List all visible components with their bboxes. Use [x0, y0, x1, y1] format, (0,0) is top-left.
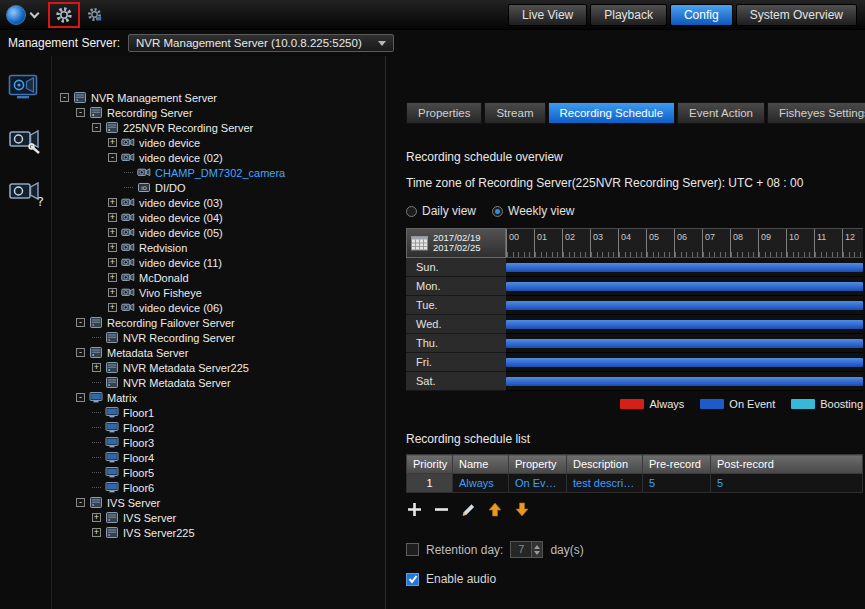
- schedule-bar-area[interactable]: [506, 315, 863, 334]
- tree-item-video-device-02[interactable]: -video device (02): [58, 150, 385, 165]
- ivs-server-icon: [89, 496, 103, 509]
- move-up-button[interactable]: [487, 501, 503, 517]
- radio-weekly-view[interactable]: Weekly view: [492, 204, 574, 218]
- tree-toggle-minus[interactable]: -: [76, 108, 85, 117]
- nav-config[interactable]: Config: [670, 4, 733, 26]
- tree-item-redvision[interactable]: +Redvision: [58, 240, 385, 255]
- tree-item-matrix[interactable]: -Matrix: [58, 390, 385, 405]
- tree-item-video-device-06[interactable]: +video device (06): [58, 300, 385, 315]
- schedule-bar-area[interactable]: [506, 353, 863, 372]
- column-header-description[interactable]: Description: [567, 455, 643, 474]
- schedule-bar-area[interactable]: [506, 334, 863, 353]
- tree-toggle-plus[interactable]: +: [108, 228, 117, 237]
- tree-toggle-plus[interactable]: +: [108, 198, 117, 207]
- tree-item-video-device[interactable]: +video device: [58, 135, 385, 150]
- tree-item-225nvr-recording-server[interactable]: -225NVR Recording Server: [58, 120, 385, 135]
- tree-toggle-plus[interactable]: +: [108, 258, 117, 267]
- tree-item-ivs-server[interactable]: +IVS Server: [58, 510, 385, 525]
- schedule-day-row: Fri.: [406, 353, 863, 372]
- camera-icon: [137, 166, 151, 179]
- tree-toggle-plus[interactable]: +: [108, 303, 117, 312]
- radio-daily-view[interactable]: Daily view: [406, 204, 476, 218]
- radio-button-icon[interactable]: [406, 206, 417, 217]
- schedule-bar-area[interactable]: [506, 277, 863, 296]
- column-header-priority[interactable]: Priority: [407, 455, 453, 474]
- tree-toggle-plus[interactable]: +: [92, 363, 101, 372]
- retention-spinner[interactable]: 7: [510, 541, 543, 558]
- settings-gear-icon[interactable]: [86, 6, 103, 23]
- column-header-pre-record[interactable]: Pre-record: [643, 455, 711, 474]
- tree-item-video-device-03[interactable]: +video device (03): [58, 195, 385, 210]
- tab-properties[interactable]: Properties: [406, 102, 482, 124]
- tree-toggle-minus[interactable]: -: [92, 123, 101, 132]
- spinner-down-icon[interactable]: [534, 551, 540, 555]
- retention-checkbox[interactable]: [406, 543, 419, 556]
- table-row[interactable]: 1AlwaysOn Eventtest descrip...55: [407, 474, 863, 493]
- column-header-property[interactable]: Property: [509, 455, 567, 474]
- tree-item-floor2[interactable]: Floor2: [58, 420, 385, 435]
- tree-toggle-plus[interactable]: +: [108, 273, 117, 282]
- tree-toggle-plus[interactable]: +: [108, 213, 117, 222]
- tree-toggle-plus[interactable]: +: [108, 138, 117, 147]
- tab-stream[interactable]: Stream: [484, 102, 545, 124]
- app-logo-icon[interactable]: [6, 5, 26, 25]
- nav-live-view[interactable]: Live View: [508, 4, 587, 26]
- tree-item-nvr-recording-server[interactable]: NVR Recording Server: [58, 330, 385, 345]
- tree-item-di-do[interactable]: IODI/DO: [58, 180, 385, 195]
- tree-item-champ-dm7302-camera[interactable]: CHAMP_DM7302_camera: [58, 165, 385, 180]
- tab-recording-schedule[interactable]: Recording Schedule: [548, 102, 676, 124]
- move-down-button[interactable]: [514, 501, 530, 517]
- tree-item-metadata-server[interactable]: -Metadata Server: [58, 345, 385, 360]
- spinner-up-icon[interactable]: [534, 545, 540, 549]
- tree-toggle-minus[interactable]: -: [60, 93, 69, 102]
- tree-item-ivs-server225[interactable]: +IVS Server225: [58, 525, 385, 540]
- enable-audio-checkbox[interactable]: [406, 573, 419, 586]
- sidebar-monitor-camera-icon[interactable]: [7, 72, 45, 106]
- dropdown-caret-icon: [378, 41, 386, 46]
- management-server-dropdown[interactable]: NVR Management Server (10.0.8.225:5250): [128, 34, 394, 52]
- tree-item-floor3[interactable]: Floor3: [58, 435, 385, 450]
- tree-toggle-minus[interactable]: -: [76, 393, 85, 402]
- tree-item-floor6[interactable]: Floor6: [58, 480, 385, 495]
- sidebar-camera-config-icon[interactable]: [7, 124, 45, 158]
- nav-system-overview[interactable]: System Overview: [736, 4, 857, 26]
- tree-item-nvr-management-server[interactable]: -NVR Management Server: [58, 90, 385, 105]
- tab-fisheyes-settings[interactable]: Fisheyes Settings: [767, 102, 865, 124]
- add-schedule-button[interactable]: [406, 501, 422, 517]
- nav-playback[interactable]: Playback: [590, 4, 667, 26]
- tree-item-recording-failover-server[interactable]: -Recording Failover Server: [58, 315, 385, 330]
- edit-schedule-button[interactable]: [460, 501, 476, 517]
- tree-toggle-plus[interactable]: +: [92, 528, 101, 537]
- column-header-name[interactable]: Name: [453, 455, 509, 474]
- column-header-post-record[interactable]: Post-record: [711, 455, 863, 474]
- tree-item-ivs-server[interactable]: -IVS Server: [58, 495, 385, 510]
- tree-item-mcdonald[interactable]: +McDonald: [58, 270, 385, 285]
- sidebar-camera-help-icon[interactable]: ?: [7, 176, 45, 210]
- tree-item-video-device-04[interactable]: +video device (04): [58, 210, 385, 225]
- config-gear-icon[interactable]: [54, 5, 74, 25]
- tree-toggle-minus[interactable]: -: [76, 348, 85, 357]
- schedule-bar-area[interactable]: [506, 296, 863, 315]
- tree-item-video-device-11[interactable]: +video device (11): [58, 255, 385, 270]
- tab-event-action[interactable]: Event Action: [677, 102, 765, 124]
- tree-toggle-plus[interactable]: +: [92, 513, 101, 522]
- remove-schedule-button[interactable]: [433, 501, 449, 517]
- tree-item-floor1[interactable]: Floor1: [58, 405, 385, 420]
- date-range-cell[interactable]: 2017/02/19 2017/02/25: [406, 228, 506, 258]
- tree-item-nvr-metadata-server[interactable]: NVR Metadata Server: [58, 375, 385, 390]
- tree-item-video-device-05[interactable]: +video device (05): [58, 225, 385, 240]
- tree-item-nvr-metadata-server225[interactable]: +NVR Metadata Server225: [58, 360, 385, 375]
- chevron-down-icon[interactable]: [30, 8, 40, 18]
- schedule-bar-area[interactable]: [506, 258, 863, 277]
- radio-button-icon[interactable]: [492, 206, 503, 217]
- tree-toggle-plus[interactable]: +: [108, 243, 117, 252]
- tree-item-floor5[interactable]: Floor5: [58, 465, 385, 480]
- tree-item-vivo-fisheye[interactable]: +Vivo Fisheye: [58, 285, 385, 300]
- schedule-bar-area[interactable]: [506, 372, 863, 391]
- tree-item-floor4[interactable]: Floor4: [58, 450, 385, 465]
- tree-item-recording-server[interactable]: -Recording Server: [58, 105, 385, 120]
- tree-toggle-minus[interactable]: -: [108, 153, 117, 162]
- tree-toggle-minus[interactable]: -: [76, 318, 85, 327]
- tree-toggle-plus[interactable]: +: [108, 288, 117, 297]
- tree-toggle-minus[interactable]: -: [76, 498, 85, 507]
